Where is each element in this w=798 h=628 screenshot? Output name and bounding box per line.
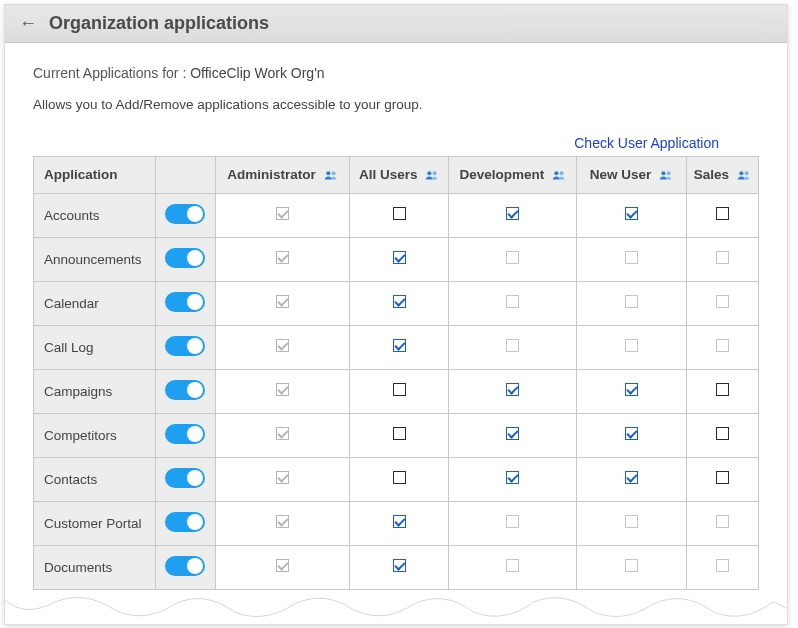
permission-checkbox[interactable] (506, 559, 519, 572)
toggle-cell (155, 413, 215, 457)
svg-point-9 (744, 171, 748, 175)
permission-cell-new (577, 545, 686, 589)
svg-point-5 (560, 171, 564, 175)
permission-checkbox[interactable] (625, 427, 638, 440)
users-icon (324, 168, 338, 183)
permission-cell-all (350, 193, 449, 237)
permission-checkbox[interactable] (625, 207, 638, 220)
permission-cell-dev (449, 325, 577, 369)
table-row: Call Log (34, 325, 759, 369)
app-enabled-toggle[interactable] (165, 248, 205, 268)
permission-checkbox[interactable] (716, 471, 729, 484)
permission-checkbox[interactable] (506, 207, 519, 220)
permission-checkbox[interactable] (276, 515, 289, 528)
permission-checkbox[interactable] (506, 251, 519, 264)
permission-cell-all (350, 501, 449, 545)
permission-checkbox[interactable] (625, 471, 638, 484)
permission-checkbox[interactable] (393, 427, 406, 440)
toggle-cell (155, 325, 215, 369)
permission-checkbox[interactable] (393, 559, 406, 572)
col-sales: Sales (686, 157, 758, 194)
permission-cell-dev (449, 237, 577, 281)
permission-checkbox[interactable] (276, 427, 289, 440)
permission-checkbox[interactable] (625, 295, 638, 308)
permission-checkbox[interactable] (716, 251, 729, 264)
app-name-cell: Documents (34, 545, 156, 589)
permission-cell-admin (215, 457, 349, 501)
permission-checkbox[interactable] (276, 471, 289, 484)
link-row: Check User Application (33, 134, 759, 152)
col-application: Application (34, 157, 156, 194)
permission-cell-sales (686, 193, 758, 237)
permission-cell-dev (449, 193, 577, 237)
permission-checkbox[interactable] (716, 295, 729, 308)
table-row: Contacts (34, 457, 759, 501)
check-user-application-link[interactable]: Check User Application (574, 135, 719, 151)
app-enabled-toggle[interactable] (165, 512, 205, 532)
toggle-cell (155, 501, 215, 545)
col-all-users: All Users (350, 157, 449, 194)
permission-cell-dev (449, 501, 577, 545)
table-row: Documents (34, 545, 759, 589)
app-enabled-toggle[interactable] (165, 336, 205, 356)
permission-checkbox[interactable] (716, 339, 729, 352)
permission-checkbox[interactable] (716, 559, 729, 572)
permission-checkbox[interactable] (625, 559, 638, 572)
permission-checkbox[interactable] (393, 383, 406, 396)
permission-checkbox[interactable] (393, 207, 406, 220)
permission-checkbox[interactable] (276, 559, 289, 572)
permission-checkbox[interactable] (393, 339, 406, 352)
permission-checkbox[interactable] (625, 251, 638, 264)
app-enabled-toggle[interactable] (165, 292, 205, 312)
permission-checkbox[interactable] (276, 251, 289, 264)
app-enabled-toggle[interactable] (165, 380, 205, 400)
permission-checkbox[interactable] (276, 383, 289, 396)
permission-checkbox[interactable] (276, 295, 289, 308)
toggle-cell (155, 281, 215, 325)
permission-cell-new (577, 369, 686, 413)
permission-checkbox[interactable] (506, 471, 519, 484)
toggle-cell (155, 545, 215, 589)
permission-checkbox[interactable] (506, 383, 519, 396)
toggle-cell (155, 193, 215, 237)
applications-table: Application Administrator All Users Deve… (33, 156, 759, 590)
app-enabled-toggle[interactable] (165, 204, 205, 224)
permission-cell-dev (449, 413, 577, 457)
app-name-cell: Contacts (34, 457, 156, 501)
permission-checkbox[interactable] (276, 207, 289, 220)
back-arrow-icon[interactable]: ← (19, 13, 37, 34)
permission-checkbox[interactable] (393, 515, 406, 528)
permission-checkbox[interactable] (716, 515, 729, 528)
permission-checkbox[interactable] (393, 251, 406, 264)
org-name: OfficeClip Work Org'n (190, 65, 324, 81)
app-enabled-toggle[interactable] (165, 468, 205, 488)
permission-checkbox[interactable] (716, 383, 729, 396)
permission-checkbox[interactable] (506, 515, 519, 528)
permission-checkbox[interactable] (625, 383, 638, 396)
permission-checkbox[interactable] (506, 295, 519, 308)
app-enabled-toggle[interactable] (165, 556, 205, 576)
permission-cell-dev (449, 545, 577, 589)
table-row: Campaigns (34, 369, 759, 413)
permission-checkbox[interactable] (716, 427, 729, 440)
permission-checkbox[interactable] (276, 339, 289, 352)
permission-cell-admin (215, 193, 349, 237)
app-name-cell: Campaigns (34, 369, 156, 413)
permission-checkbox[interactable] (506, 339, 519, 352)
permission-cell-admin (215, 545, 349, 589)
col-development: Development (449, 157, 577, 194)
permission-checkbox[interactable] (625, 515, 638, 528)
permission-checkbox[interactable] (506, 427, 519, 440)
permission-checkbox[interactable] (393, 471, 406, 484)
app-enabled-toggle[interactable] (165, 424, 205, 444)
permission-checkbox[interactable] (393, 295, 406, 308)
permission-checkbox[interactable] (716, 207, 729, 220)
permission-cell-dev (449, 369, 577, 413)
app-name-cell: Customer Portal (34, 501, 156, 545)
permission-checkbox[interactable] (625, 339, 638, 352)
permission-cell-sales (686, 237, 758, 281)
col-new-user-label: New User (590, 167, 652, 182)
page: ← Organization applications Current Appl… (4, 4, 788, 625)
permission-cell-all (350, 457, 449, 501)
description: Allows you to Add/Remove applications ac… (33, 97, 759, 112)
